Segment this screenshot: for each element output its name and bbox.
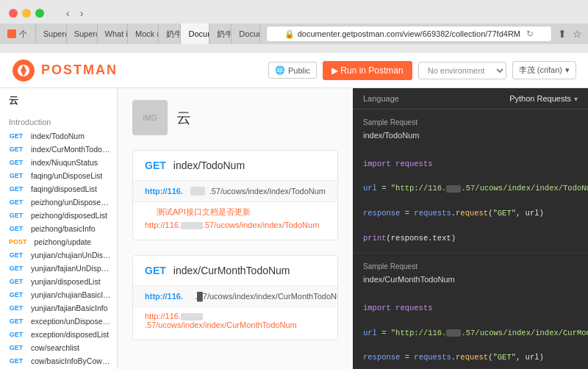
test-url-link-0[interactable]: http://116..57/ucows/index/index/TodoNum: [145, 221, 326, 235]
sidebar-item-3[interactable]: GET faqing/unDisposeList: [0, 169, 117, 182]
tab-documenter1[interactable]: Documenter: [181, 24, 209, 44]
sidebar-item-label: peizhong/basicInfo: [31, 224, 96, 233]
sidebar-item-label: yunjian/disposedList: [31, 277, 101, 286]
sidebar-item-label: yunjian/chujianBasicInfo: [31, 290, 111, 299]
sidebar-item-16[interactable]: GET cow/searchlist: [0, 341, 117, 354]
sidebar-item-1[interactable]: GET index/CurMonthTodoNum: [0, 143, 117, 156]
sidebar-item-label: peizhong/disposedList: [31, 211, 107, 220]
method-badge-get: GET: [6, 343, 26, 352]
endpoint-section-0: GET index/TodoNum http://116. .57/ucows/…: [132, 150, 338, 240]
collection-title: 云: [176, 108, 191, 128]
language-label: Language: [363, 94, 399, 103]
sidebar-item-11[interactable]: GET yunjian/disposedList: [0, 275, 117, 288]
sidebar-item-label: peizhong/unDisposeList: [31, 198, 111, 207]
close-button[interactable]: [9, 9, 18, 18]
minimize-button[interactable]: [22, 9, 31, 18]
sidebar-item-label: exception/unDisposeList: [31, 317, 111, 326]
tab-what-is[interactable]: What is Post...: [98, 24, 129, 44]
sidebar-item-label: peizhong/update: [35, 237, 92, 246]
sidebar-item-6[interactable]: GET peizhong/disposedList: [0, 209, 117, 222]
public-label: Public: [288, 66, 310, 75]
sidebar-item-12[interactable]: GET yunjian/chujianBasicInfo: [0, 288, 117, 301]
sidebar-item-9[interactable]: GET yunjian/chujianUnDisposeList: [0, 248, 117, 262]
sidebar-item-13[interactable]: GET yunjian/fajianBasicInfo: [0, 301, 117, 315]
endpoint-url-bar-0: http://116. .57/ucows/index/index/TodoNu…: [133, 180, 337, 202]
sidebar-item-14[interactable]: GET exception/unDisposeList: [0, 315, 117, 328]
sidebar-item-8[interactable]: POST peizhong/update: [0, 235, 117, 248]
sidebar-item-0[interactable]: GET index/TodoNum: [0, 129, 117, 143]
tab-supercharge1[interactable]: Supercharge...: [36, 24, 67, 44]
tab-supercharge2[interactable]: Supercharge...: [67, 24, 98, 44]
sidebar-item-17[interactable]: GET cow/basicInfoByCowCode: [0, 354, 117, 368]
sidebar-item-label: yunjian/fajianUnDispose...: [31, 264, 111, 273]
tab-documenter2[interactable]: Documenter: [232, 24, 259, 44]
method-badge-get: GET: [6, 304, 26, 312]
bookmark-button[interactable]: ☆: [573, 28, 582, 40]
collection-avatar: IMG: [132, 100, 168, 135]
method-badge-get: GET: [6, 290, 26, 299]
maximize-button[interactable]: [35, 9, 44, 18]
main-content: 云 Introduction GET index/TodoNum GET ind…: [0, 88, 588, 369]
endpoint-url-bar-1: http://116. .█7/ucows/index/index/CurMon…: [133, 285, 337, 307]
url-masked: [190, 187, 205, 196]
method-badge-get: GET: [6, 184, 26, 193]
method-badge-get: GET: [6, 145, 26, 154]
endpoint-path-1: index/CurMonthTodoNum: [173, 265, 290, 276]
endpoint-header-1: GET index/CurMonthTodoNum: [133, 256, 337, 285]
sidebar-item-15[interactable]: GET exception/disposedList: [0, 328, 117, 341]
postman-logo-text: POSTMAN: [41, 62, 118, 78]
method-badge-get: GET: [6, 264, 26, 273]
sidebar-item-5[interactable]: GET peizhong/unDisposeList: [0, 196, 117, 209]
method-badge-get: GET: [6, 357, 26, 365]
share-button[interactable]: ⬆: [558, 28, 567, 40]
method-badge-get: GET: [6, 277, 26, 286]
browser-tabs: 个人收｜postman - G... Supercharge... Superc…: [0, 24, 588, 44]
code-block-1: Sample Request index/CurMonthTodoNum imp…: [353, 254, 588, 369]
sidebar-item-label: yunjian/fajianBasicInfo: [31, 304, 107, 312]
method-badge-post: POST: [6, 237, 30, 246]
center-panel: IMG 云 GET index/TodoNum http://116. .57/…: [118, 88, 353, 369]
sidebar-item-7[interactable]: GET peizhong/basicInfo: [0, 222, 117, 235]
reload-icon[interactable]: ↻: [526, 29, 534, 39]
user-menu[interactable]: 李茂 (crifan) ▾: [512, 61, 576, 79]
postman-logo: POSTMAN: [12, 59, 118, 82]
sidebar-item-label: cow/searchlist: [31, 343, 79, 352]
sidebar-item-label: cow/basicInfoByCowCode: [31, 357, 111, 365]
method-badge-get: GET: [6, 158, 26, 167]
tab-favicon: [7, 29, 16, 38]
back-button[interactable]: ‹: [63, 6, 73, 21]
user-label: 李茂 (crifan): [519, 65, 562, 76]
sidebar: 云 Introduction GET index/TodoNum GET ind…: [0, 88, 118, 369]
sidebar-title: 云: [0, 88, 117, 113]
method-badge-get: GET: [6, 317, 26, 326]
language-chevron-icon: ▾: [574, 95, 578, 103]
sidebar-item-2[interactable]: GET index/NiuqunStatus: [0, 156, 117, 169]
run-in-postman-button[interactable]: Run in Postman: [323, 61, 412, 80]
endpoint-path-0: index/TodoNum: [173, 160, 245, 171]
sidebar-item-4[interactable]: GET faqing/disposedList: [0, 182, 117, 196]
test-url-link-1[interactable]: http://116..57/ucows/index/index/CurMont…: [145, 312, 326, 332]
method-badge-get: GET: [6, 211, 26, 220]
tab-niuniu1[interactable]: 奶牛云: [159, 24, 182, 44]
language-selector[interactable]: Language Python Requests ▾: [353, 88, 588, 110]
sample-request-label-1: Sample Request: [363, 262, 578, 271]
forward-button[interactable]: ›: [77, 6, 87, 21]
app-header: POSTMAN 🌐 Public Run in Postman No envir…: [0, 53, 588, 88]
tab-personal[interactable]: 个人收｜postman - G...: [0, 24, 36, 44]
code-label-1: index/CurMonthTodoNum: [363, 275, 578, 284]
language-value: Python Requests: [509, 94, 571, 103]
endpoint-section-1: GET index/CurMonthTodoNum http://116. .█…: [132, 255, 338, 340]
method-badge-get: GET: [6, 224, 26, 233]
endpoint-method-1: GET: [145, 265, 166, 276]
address-display[interactable]: documenter.getpostman.com/view/669382/co…: [298, 29, 520, 38]
environment-selector[interactable]: No environment: [418, 62, 506, 79]
test-api-link-0[interactable]: 测试API接口文档是否更新: [145, 204, 262, 219]
lock-icon: 🔒: [284, 29, 295, 39]
sidebar-item-label: index/NiuqunStatus: [31, 158, 98, 167]
tab-niuniu2[interactable]: 奶牛云: [209, 24, 232, 44]
endpoint-header-0: GET index/TodoNum: [133, 151, 337, 180]
code-content-0: import requests url = "http://116..57/uc…: [363, 146, 578, 244]
tab-mock[interactable]: Mock respon...: [128, 24, 159, 44]
sidebar-item-10[interactable]: GET yunjian/fajianUnDispose...: [0, 262, 117, 275]
header-right: 🌐 Public Run in Postman No environment 李…: [268, 61, 576, 80]
